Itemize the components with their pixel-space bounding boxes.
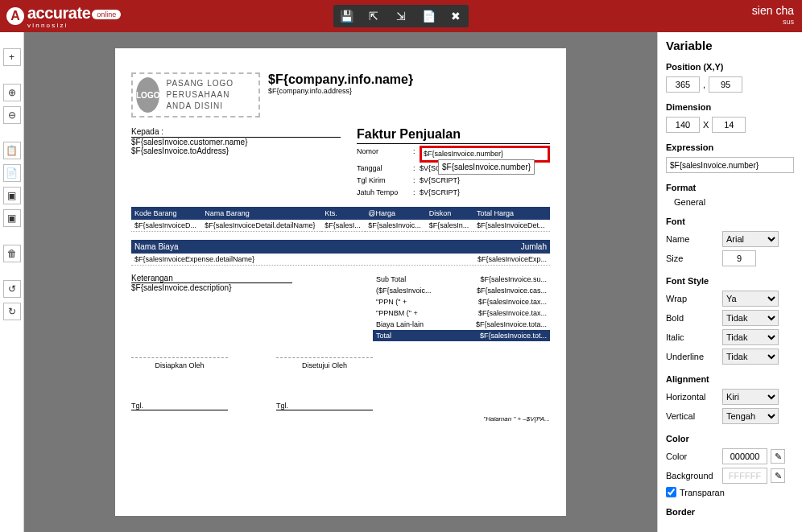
close-icon[interactable]: ✖ [448, 8, 464, 24]
nomor-value-selected[interactable]: $F{salesInvoice.number} $F{salesInvoice.… [420, 146, 550, 163]
export-icon[interactable]: ⇱ [366, 8, 382, 24]
underline-select[interactable]: Tidak [722, 348, 779, 365]
format-value: General [666, 197, 794, 207]
col-kts: Kts. [321, 207, 365, 220]
font-name-select[interactable]: Arial [722, 231, 779, 247]
expense-row[interactable]: $F{salesInvoiceExpense.detailName} $F{sa… [131, 254, 550, 266]
border-label: Border [666, 507, 794, 517]
items-table[interactable]: Kode Barang Nama Barang Kts. @Harga Disk… [131, 207, 550, 232]
color-picker-icon[interactable]: ✎ [771, 449, 785, 464]
user-sub: sus [752, 16, 794, 27]
tgl1[interactable]: Tgl. [131, 402, 228, 410]
subtotal-block[interactable]: Sub Total$F{salesInvoice.su... ($F{sales… [373, 274, 550, 341]
font-size-input[interactable] [722, 250, 756, 266]
zoom-out-button[interactable]: ⊖ [3, 106, 21, 124]
col-kode: Kode Barang [131, 207, 201, 220]
logo-prompt-text: PASANG LOGO PERUSAHAAN ANDA DISINI [166, 78, 255, 112]
save-icon[interactable]: 💾 [338, 8, 354, 24]
customer-name-field[interactable]: $F{salesInvoice.customer.name} [131, 138, 341, 146]
bg-input[interactable] [722, 468, 767, 484]
col-total: Total Harga [473, 207, 550, 220]
logo-circle: LOGO [136, 77, 159, 113]
document-page[interactable]: LOGO PASANG LOGO PERUSAHAAN ANDA DISINI … [115, 48, 566, 516]
import-icon[interactable]: ⇲ [393, 8, 409, 24]
company-address[interactable]: $F{company.info.address} [268, 87, 550, 95]
kepada-label: Kepada : [131, 127, 341, 138]
page-icon[interactable]: 📄 [420, 8, 436, 24]
bg-picker-icon[interactable]: ✎ [771, 468, 785, 483]
user-name: sien cha [752, 5, 794, 16]
position-label: Position (X,Y) [666, 62, 794, 72]
expression-input[interactable] [666, 157, 794, 173]
alignment-label: Alignment [666, 374, 794, 384]
color-section-label: Color [666, 434, 794, 443]
col-diskon: Diskon [426, 207, 473, 220]
keterangan-value[interactable]: $F{salesInvoice.description} [131, 283, 292, 292]
jatuhtempo-label: Jatuh Tempo [357, 187, 413, 199]
logo-placeholder-box[interactable]: LOGO PASANG LOGO PERUSAHAAN ANDA DISINI [131, 72, 260, 118]
document-toolbar: 💾 ⇱ ⇲ 📄 ✖ [333, 5, 469, 27]
halign-select[interactable]: Kiri [722, 389, 779, 405]
brand-subtext: v i n n o s i z i [27, 23, 121, 29]
canvas-area[interactable]: LOGO PASANG LOGO PERUSAHAAN ANDA DISINI … [24, 32, 657, 532]
table-row[interactable]: $F{salesInvoiceD... $F{salesInvoiceDetai… [131, 220, 550, 232]
company-name[interactable]: $F{company.info.name} [268, 72, 550, 87]
dimension-label: Dimension [666, 102, 794, 112]
dim-h-input[interactable] [712, 117, 746, 133]
add-button[interactable]: + [3, 48, 21, 66]
expression-label: Expression [666, 142, 794, 152]
zoom-in-button[interactable]: ⊕ [3, 84, 21, 101]
tglkirim-label: Tgl Kirim [357, 175, 413, 187]
document-title[interactable]: Faktur Penjualan [357, 127, 550, 144]
dim-w-input[interactable] [666, 117, 700, 133]
clipboard-button[interactable]: 📋 [3, 142, 21, 159]
pos-x-input[interactable] [666, 76, 700, 93]
user-area[interactable]: sien cha sus [752, 5, 802, 27]
tglkirim-value[interactable]: $V{SCRIPT} [420, 175, 550, 187]
sign-prepared[interactable]: Disiapkan Oleh [131, 357, 228, 369]
transparent-checkbox[interactable] [666, 487, 676, 497]
col-harga: @Harga [365, 207, 426, 220]
paste-button[interactable]: ▣ [3, 187, 21, 204]
color-input[interactable] [722, 448, 767, 464]
brand-badge: online [92, 10, 121, 19]
col-nama: Nama Barang [201, 207, 321, 220]
copy-button[interactable]: 📄 [3, 164, 21, 182]
font-style-label: Font Style [666, 276, 794, 286]
format-label: Format [666, 183, 794, 192]
properties-panel: Variable Position (X,Y) , Dimension X Ex… [657, 32, 802, 532]
redo-button[interactable]: ↻ [3, 303, 21, 320]
brand-icon: A [6, 7, 24, 25]
expense-header: Nama Biaya Jumlah [131, 240, 550, 254]
jatuhtempo-value[interactable]: $V{SCRIPT} [420, 187, 550, 199]
duplicate-button[interactable]: ▣ [3, 209, 21, 227]
delete-button[interactable]: 🗑 [3, 245, 21, 262]
top-bar: A accurateonline v i n n o s i z i 💾 ⇱ ⇲… [0, 0, 802, 32]
nomor-tooltip: $F{salesInvoice.number} [438, 159, 535, 175]
left-toolbar: + ⊕ ⊖ 📋 📄 ▣ ▣ 🗑 ↺ ↻ [0, 32, 24, 532]
wrap-select[interactable]: Ya [722, 291, 779, 307]
italic-select[interactable]: Tidak [722, 329, 779, 345]
pos-y-input[interactable] [709, 76, 742, 93]
brand-text: accurate [27, 4, 90, 22]
keterangan-label: Keterangan [131, 274, 292, 283]
bold-select[interactable]: Tidak [722, 310, 779, 326]
to-address-field[interactable]: $F{salesInvoice.toAddress} [131, 146, 341, 155]
tgl2[interactable]: Tgl. [276, 402, 373, 410]
panel-title: Variable [666, 39, 794, 52]
nomor-label: Nomor [357, 146, 413, 163]
transparent-label: Transparan [680, 488, 725, 497]
footer-note[interactable]: "Halaman " + –$V{PA... [131, 415, 550, 423]
sign-approved[interactable]: Disetujui Oleh [276, 357, 373, 369]
valign-select[interactable]: Tengah [722, 408, 779, 424]
brand-logo: A accurateonline v i n n o s i z i [0, 4, 121, 29]
undo-button[interactable]: ↺ [3, 280, 21, 298]
font-label: Font [666, 217, 794, 226]
tanggal-label: Tanggal [357, 163, 413, 175]
